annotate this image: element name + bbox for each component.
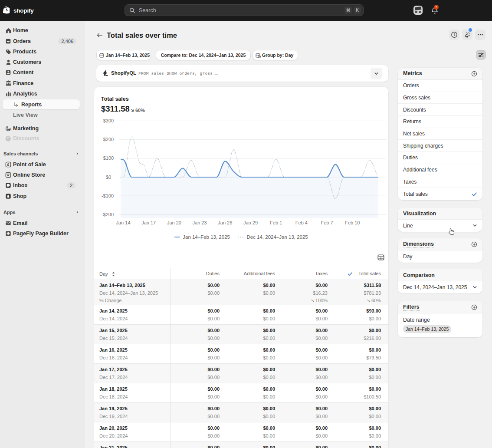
svg-text:Feb 7: Feb 7 (321, 220, 333, 225)
svg-text:$200: $200 (103, 137, 114, 142)
svg-text:Feb 1: Feb 1 (270, 220, 282, 225)
svg-text:Jan 20: Jan 20 (167, 220, 181, 225)
svg-text:Jan 23: Jan 23 (193, 220, 207, 225)
svg-text:$0: $0 (106, 175, 111, 180)
svg-text:$100: $100 (103, 155, 114, 161)
svg-text:Jan 17: Jan 17 (141, 220, 156, 225)
svg-text:Jan 14: Jan 14 (116, 220, 130, 225)
svg-text:-$200: -$200 (102, 212, 114, 217)
svg-text:Jan 26: Jan 26 (218, 220, 232, 225)
svg-text:Feb 4: Feb 4 (295, 220, 308, 225)
svg-text:-$100: -$100 (102, 193, 114, 198)
svg-text:Jan 29: Jan 29 (243, 220, 258, 225)
svg-text:Feb 10: Feb 10 (345, 220, 360, 225)
svg-text:$300: $300 (103, 118, 114, 123)
